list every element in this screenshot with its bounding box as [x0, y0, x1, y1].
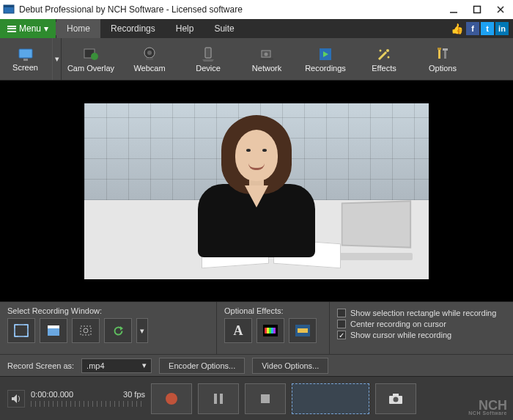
select-window-label: Select Recording Window: [7, 306, 209, 315]
select-region-button[interactable] [72, 318, 100, 343]
checkbox-show-cursor[interactable]: Show cursor while recording [337, 331, 506, 339]
svg-point-11 [147, 51, 152, 55]
checkbox-icon [337, 331, 346, 339]
effects-icon [376, 46, 392, 62]
menu-button-label: Menu [19, 23, 41, 34]
recordings-icon [317, 46, 333, 62]
social-links: 👍 f t in [451, 19, 513, 38]
tool-network[interactable]: Network [237, 38, 296, 80]
time-block: 0:00:00.000 30 fps [31, 390, 145, 407]
monitor-icon [18, 47, 34, 63]
menubar: Menu ▾ Home Recordings Help Suite 👍 f t … [0, 19, 513, 38]
svg-rect-35 [269, 328, 271, 334]
cam-overlay-icon [83, 46, 99, 62]
tool-webcam[interactable]: Webcam [120, 38, 179, 80]
svg-rect-36 [271, 328, 273, 334]
checkbox-icon [337, 320, 346, 328]
tab-suite[interactable]: Suite [204, 19, 244, 38]
color-effect-button[interactable] [256, 318, 284, 343]
tool-cam-overlay[interactable]: Cam Overlay [62, 38, 120, 80]
tool-device[interactable]: Device [179, 38, 237, 80]
checkbox-center-cursor[interactable]: Center recording on cursor [337, 320, 506, 328]
svg-point-15 [265, 52, 268, 56]
tool-options[interactable]: Options [413, 38, 472, 80]
watermark-button[interactable] [289, 318, 317, 343]
select-window-button[interactable] [40, 318, 67, 343]
record-as-label: Record Screen as: [7, 361, 74, 370]
preview-area [0, 81, 513, 301]
app-icon [3, 4, 15, 15]
volume-button[interactable] [7, 390, 25, 408]
hamburger-icon [7, 24, 16, 33]
preview-image [84, 103, 429, 279]
text-overlay-button[interactable]: A [224, 318, 252, 343]
window-title: Debut Professional by NCH Software - Lic… [19, 4, 449, 15]
svg-point-47 [394, 397, 399, 402]
tool-screen[interactable]: Screen ▾ [0, 38, 62, 80]
optional-effects-label: Optional Effects: [224, 306, 322, 315]
svg-point-9 [91, 53, 98, 60]
maximize-button[interactable] [472, 4, 482, 15]
capture-area-button[interactable] [292, 383, 369, 414]
options-icon [435, 46, 451, 62]
svg-rect-37 [273, 328, 276, 334]
svg-point-30 [84, 328, 88, 333]
twitter-icon[interactable]: t [481, 22, 494, 35]
thumbs-up-icon[interactable]: 👍 [451, 23, 463, 34]
nch-logo: NCH NCH Software [468, 399, 507, 416]
pause-button[interactable] [198, 383, 239, 414]
svg-point-19 [386, 49, 389, 52]
minimize-button[interactable] [449, 4, 459, 15]
video-options-button[interactable]: Video Options... [252, 358, 328, 374]
options-panel: Select Recording Window: ▾ Optional Effe… [0, 301, 513, 354]
svg-rect-43 [220, 394, 223, 404]
titlebar: Debut Professional by NCH Software - Lic… [0, 0, 513, 19]
playback-controls: 0:00:00.000 30 fps NCH NCH Software [0, 376, 513, 420]
timeline-slider[interactable] [31, 401, 145, 407]
checkbox-show-selection[interactable]: Show selection rectangle while recording [337, 309, 506, 317]
svg-marker-40 [12, 394, 17, 403]
encoder-options-button[interactable]: Encoder Options... [159, 358, 245, 374]
close-button[interactable] [495, 4, 506, 15]
tool-recordings[interactable]: Recordings [296, 38, 355, 80]
checkbox-icon [337, 309, 346, 317]
select-window-dropdown[interactable]: ▾ [136, 318, 148, 343]
select-fullscreen-button[interactable] [7, 318, 35, 343]
svg-rect-1 [4, 5, 14, 7]
svg-point-21 [388, 56, 390, 58]
fps-label: 30 fps [123, 390, 145, 399]
svg-rect-26 [15, 325, 28, 336]
format-select[interactable]: .mp4 ▾ [81, 358, 152, 373]
svg-point-41 [166, 393, 177, 405]
svg-rect-46 [393, 394, 399, 397]
svg-rect-34 [267, 328, 269, 334]
linkedin-icon[interactable]: in [495, 22, 509, 35]
tab-recordings[interactable]: Recordings [100, 19, 166, 38]
svg-rect-16 [260, 58, 273, 60]
chevron-down-icon: ▾ [142, 361, 147, 370]
screen-dropdown[interactable]: ▾ [52, 38, 61, 80]
svg-rect-25 [443, 48, 448, 51]
svg-rect-22 [438, 48, 440, 59]
chevron-down-icon: ▾ [44, 23, 48, 34]
tool-effects[interactable]: Effects [355, 38, 413, 80]
svg-point-20 [380, 49, 382, 51]
record-button[interactable] [151, 383, 192, 414]
svg-rect-3 [474, 7, 481, 13]
webcam-icon [141, 46, 158, 62]
snapshot-button[interactable] [375, 383, 416, 414]
menu-button[interactable]: Menu ▾ [0, 19, 56, 38]
tab-help[interactable]: Help [166, 19, 204, 38]
svg-rect-29 [81, 326, 91, 335]
svg-rect-33 [265, 328, 267, 334]
svg-rect-6 [19, 49, 32, 58]
toolbar: Screen ▾ Cam Overlay Webcam Device Netwo… [0, 38, 513, 81]
tab-home[interactable]: Home [56, 19, 100, 38]
svg-marker-31 [120, 326, 123, 331]
timecode: 0:00:00.000 [31, 390, 73, 399]
facebook-icon[interactable]: f [466, 22, 479, 35]
select-reset-button[interactable] [104, 318, 132, 343]
svg-rect-13 [205, 48, 211, 58]
svg-rect-28 [48, 325, 59, 328]
stop-button[interactable] [245, 383, 286, 414]
